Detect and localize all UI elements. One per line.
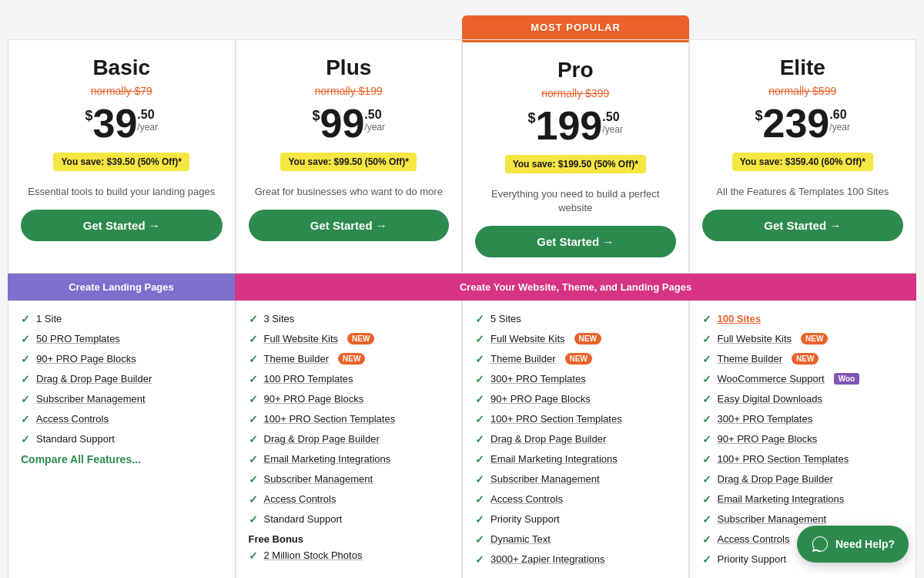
feature-item: ✓ 90+ PRO Page Blocks — [249, 393, 450, 405]
feature-link[interactable]: 100+ PRO Section Templates — [490, 413, 622, 425]
check-icon: ✓ — [702, 333, 711, 345]
feature-link[interactable]: 100 PRO Templates — [264, 373, 353, 385]
feature-item: ✓ Priority Support — [475, 513, 676, 526]
basic-features-header: Create Landing Pages — [8, 274, 235, 301]
feature-link[interactable]: Email Marketing Integrations — [490, 453, 618, 465]
pro-desc: Everything you need to build a perfect w… — [475, 187, 676, 215]
feature-link[interactable]: 3000+ Zapier Integrations — [490, 553, 605, 565]
check-icon: ✓ — [249, 453, 258, 465]
feature-link[interactable]: WooCommerce Support — [718, 373, 825, 385]
feature-link[interactable]: Subscriber Management — [264, 473, 373, 485]
free-bonus-label: Free Bonus — [249, 533, 450, 545]
feature-item: ✓ Drag & Drop Page Builder — [702, 473, 904, 486]
feature-link[interactable]: 2 Million Stock Photos — [264, 549, 363, 561]
plus-cta-button[interactable]: Get Started → — [249, 210, 450, 241]
chat-widget[interactable]: Need Help? — [797, 526, 909, 563]
feature-item: ✓ 100+ PRO Section Templates — [475, 413, 676, 425]
feature-item: ✓ Email Marketing Integrations — [249, 453, 450, 465]
check-icon: ✓ — [475, 393, 484, 405]
feature-link[interactable]: Theme Builder — [718, 353, 783, 365]
feature-link[interactable]: Subscriber Management — [718, 513, 827, 525]
feature-link[interactable]: Full Website Kits — [264, 333, 339, 344]
pro-dollar: $ — [528, 110, 536, 126]
feature-link[interactable]: 100+ PRO Section Templates — [718, 453, 849, 465]
feature-link[interactable]: Access Controls — [718, 533, 790, 545]
feature-link[interactable]: Drag & Drop Page Builder — [264, 433, 380, 445]
new-badge: New — [792, 353, 819, 365]
check-icon: ✓ — [249, 353, 258, 365]
new-badge: New — [565, 353, 592, 365]
feature-item: ✓ Full Website Kits New — [702, 333, 904, 345]
check-icon: ✓ — [21, 393, 30, 405]
pro-savings: You save: $199.50 (50% Off)* — [505, 155, 646, 173]
plans-grid: Basic normally $79 $ 39 .50 /year You sa… — [8, 39, 916, 274]
check-icon: ✓ — [249, 493, 258, 506]
basic-price-main: 39 — [92, 103, 137, 143]
feature-link[interactable]: Subscriber Management — [36, 393, 146, 405]
compare-all-link[interactable]: Compare All Features... — [21, 453, 223, 465]
feature-item: ✓ 100+ PRO Section Templates — [249, 413, 450, 425]
feature-item: ✓ 1 Site — [21, 313, 223, 325]
feature-link[interactable]: 300+ PRO Templates — [718, 413, 813, 425]
check-icon: ✓ — [702, 453, 711, 465]
feature-link[interactable]: Email Marketing Integrations — [264, 453, 391, 465]
feature-item: ✓ 100 PRO Templates — [249, 373, 450, 385]
feature-link[interactable]: Drag & Drop Page Builder — [718, 473, 833, 485]
basic-cta-button[interactable]: Get Started → — [21, 210, 223, 241]
feature-item: ✓ 300+ PRO Templates — [475, 373, 676, 385]
plus-dollar: $ — [312, 108, 320, 124]
feature-link[interactable]: Easy Digital Downloads — [718, 393, 823, 405]
feature-item: ✓ 50 PRO Templates — [21, 333, 223, 345]
feature-gold[interactable]: 100 Sites — [718, 313, 761, 324]
feature-link[interactable]: Theme Builder — [490, 353, 556, 365]
feature-item: ✓ 90+ PRO Page Blocks — [702, 433, 904, 445]
elite-savings: You save: $359.40 (60% Off)* — [732, 153, 873, 171]
feature-link[interactable]: Full Website Kits — [490, 333, 565, 344]
feature-item: ✓ Subscriber Management — [249, 473, 450, 486]
feature-link[interactable]: 90+ PRO Page Blocks — [718, 433, 818, 445]
check-icon: ✓ — [249, 473, 258, 486]
feature-item: ✓ Standard Support — [21, 433, 223, 445]
pro-cta-button[interactable]: Get Started → — [475, 226, 676, 257]
check-icon: ✓ — [21, 413, 30, 425]
check-icon: ✓ — [702, 373, 711, 385]
feature-text: Priority Support — [490, 513, 560, 525]
new-badge: New — [801, 333, 828, 344]
plus-normally: normally $199 — [249, 85, 450, 97]
check-icon: ✓ — [702, 553, 711, 566]
feature-link[interactable]: Access Controls — [490, 493, 563, 505]
feature-link[interactable]: 300+ PRO Templates — [490, 373, 586, 385]
feature-link[interactable]: Access Controls — [36, 413, 109, 425]
features-lists-row: ✓ 1 Site ✓ 50 PRO Templates ✓ 90+ PRO Pa… — [8, 301, 916, 578]
feature-link[interactable]: Access Controls — [264, 493, 336, 505]
feature-item: ✓ Theme Builder New — [249, 353, 450, 365]
feature-link[interactable]: Email Marketing Integrations — [718, 493, 845, 505]
elite-cta-button[interactable]: Get Started → — [702, 210, 904, 241]
feature-link[interactable]: Full Website Kits — [718, 333, 792, 344]
check-icon: ✓ — [475, 533, 484, 546]
plus-price-main: 99 — [320, 103, 364, 143]
new-badge: New — [347, 333, 374, 344]
check-icon: ✓ — [475, 313, 484, 325]
chat-label: Need Help? — [835, 538, 895, 550]
basic-year: /year — [137, 122, 158, 133]
feature-link[interactable]: Drag & Drop Page Builder — [36, 373, 152, 385]
feature-link[interactable]: 90+ PRO Page Blocks — [36, 353, 136, 365]
feature-link[interactable]: 50 PRO Templates — [36, 333, 120, 344]
elite-plan-name: Elite — [702, 55, 904, 80]
feature-link[interactable]: Drag & Drop Page Builder — [490, 433, 606, 445]
feature-item: ✓ Full Website Kits New — [249, 333, 450, 345]
feature-link[interactable]: 90+ PRO Page Blocks — [490, 393, 591, 405]
feature-link[interactable]: Theme Builder — [264, 353, 330, 365]
banner-text: MOST POPULAR — [531, 22, 621, 33]
feature-link[interactable]: 90+ PRO Page Blocks — [264, 393, 364, 405]
feature-link[interactable]: Subscriber Management — [490, 473, 600, 485]
plus-cents: .50 — [364, 108, 381, 122]
check-icon: ✓ — [249, 433, 258, 445]
pro-features-list: ✓ 5 Sites ✓ Full Website Kits New ✓ Them… — [462, 301, 689, 578]
feature-item: ✓ 5 Sites — [475, 313, 676, 325]
elite-dollar: $ — [755, 108, 763, 124]
feature-link[interactable]: Dynamic Text — [490, 533, 551, 545]
feature-link[interactable]: 100+ PRO Section Templates — [264, 413, 396, 425]
check-icon: ✓ — [249, 413, 258, 425]
